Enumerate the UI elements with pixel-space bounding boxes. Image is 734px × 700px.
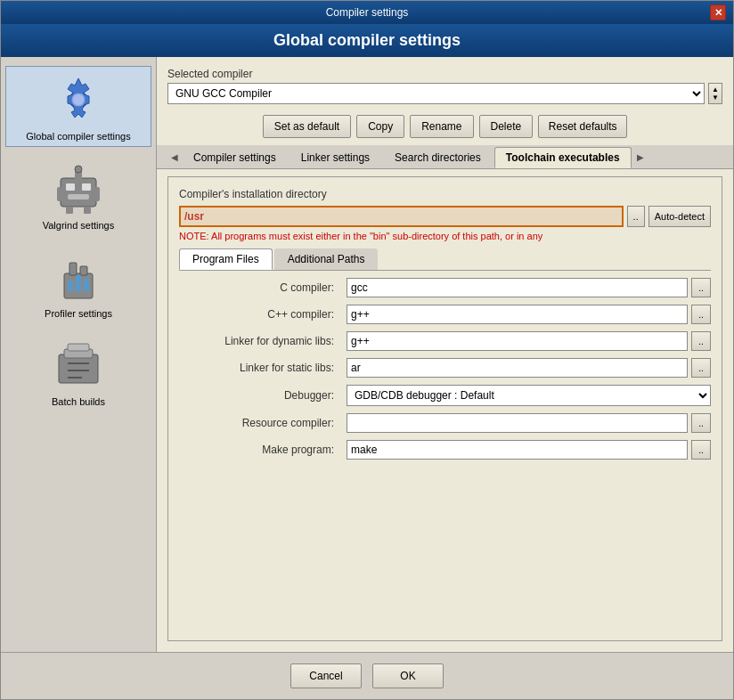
- c-compiler-browse[interactable]: ..: [691, 278, 711, 297]
- c-compiler-input[interactable]: [347, 278, 688, 297]
- tab-compiler-settings[interactable]: Compiler settings: [182, 147, 288, 168]
- svg-rect-3: [61, 178, 96, 207]
- debugger-label: Debugger:: [179, 389, 339, 402]
- sidebar-label-batch: Batch builds: [52, 396, 105, 407]
- make-program-browse[interactable]: ..: [691, 440, 711, 460]
- cpp-compiler-label: C++ compiler:: [179, 308, 339, 321]
- make-program-input[interactable]: [347, 440, 688, 460]
- compiler-section: Selected compiler GNU GCC Compiler ▲▼: [167, 68, 722, 104]
- svg-rect-5: [82, 183, 91, 191]
- delete-button[interactable]: Delete: [479, 115, 534, 138]
- sidebar-label-valgrind: Valgrind settings: [43, 220, 115, 231]
- copy-button[interactable]: Copy: [356, 115, 404, 138]
- reset-defaults-button[interactable]: Reset defaults: [538, 115, 627, 138]
- debugger-row: GDB/CDB debugger : Default GDB/CDB debug…: [347, 385, 711, 406]
- tab-linker-settings[interactable]: Linker settings: [290, 147, 381, 168]
- compiler-select-row: GNU GCC Compiler ▲▼: [167, 83, 722, 104]
- svg-point-8: [75, 166, 82, 173]
- tab-toolchain-executables[interactable]: Toolchain executables: [494, 147, 632, 168]
- linker-dynamic-browse[interactable]: ..: [691, 331, 711, 351]
- ok-button[interactable]: OK: [372, 663, 444, 688]
- compiler-section-label: Selected compiler: [167, 68, 722, 80]
- svg-rect-6: [68, 194, 89, 199]
- install-dir-label: Compiler's installation directory: [179, 188, 711, 200]
- linker-static-input[interactable]: [347, 358, 688, 378]
- toolchain-panel: Compiler's installation directory .. Aut…: [167, 176, 722, 641]
- valgrind-icon: [50, 160, 107, 217]
- sidebar-item-global-compiler[interactable]: Global compiler settings: [5, 66, 151, 147]
- sidebar-item-profiler[interactable]: Profiler settings: [5, 244, 151, 323]
- sidebar-item-valgrind[interactable]: Valgrind settings: [5, 156, 151, 235]
- debugger-select[interactable]: GDB/CDB debugger : Default GDB/CDB debug…: [347, 385, 711, 406]
- linker-static-label: Linker for static libs:: [179, 362, 339, 374]
- svg-rect-9: [57, 187, 62, 201]
- cpp-compiler-row: ..: [347, 305, 711, 324]
- tabs-row: ◀ Compiler settings Linker settings Sear…: [157, 145, 733, 169]
- batch-builds-icon: [50, 337, 107, 394]
- note-text: NOTE: All programs must exist either in …: [179, 231, 711, 241]
- linker-dynamic-input[interactable]: [347, 331, 688, 351]
- form-grid: C compiler: .. C++ compiler: .. Linker f…: [179, 278, 711, 460]
- resource-compiler-input[interactable]: [347, 413, 688, 433]
- rename-button[interactable]: Rename: [410, 115, 473, 138]
- gear-icon: [50, 71, 107, 128]
- inner-tab-program-files[interactable]: Program Files: [179, 248, 273, 270]
- sidebar: Global compiler settings Valgrind settin…: [1, 57, 157, 652]
- close-button[interactable]: ✕: [710, 4, 726, 20]
- main-content: Selected compiler GNU GCC Compiler ▲▼ Se…: [157, 57, 733, 652]
- tab-search-directories[interactable]: Search directories: [383, 147, 493, 168]
- compiler-select[interactable]: GNU GCC Compiler: [167, 83, 705, 104]
- tab-right-arrow[interactable]: ▶: [633, 146, 648, 167]
- make-program-row: ..: [347, 440, 711, 460]
- install-dir-browse-button[interactable]: ..: [627, 206, 645, 227]
- svg-point-2: [73, 94, 84, 105]
- sidebar-item-batch-builds[interactable]: Batch builds: [5, 332, 151, 411]
- linker-static-row: ..: [347, 358, 711, 378]
- dialog-window: Compiler settings ✕ Global compiler sett…: [0, 0, 734, 700]
- resource-compiler-row: ..: [347, 413, 711, 433]
- svg-rect-16: [68, 281, 73, 291]
- title-bar: Compiler settings ✕: [1, 1, 733, 24]
- linker-dynamic-row: ..: [347, 331, 711, 351]
- c-compiler-label: C compiler:: [179, 281, 339, 294]
- cancel-button[interactable]: Cancel: [290, 663, 362, 688]
- cpp-compiler-input[interactable]: [347, 305, 688, 324]
- dialog-footer: Cancel OK: [1, 652, 733, 699]
- svg-rect-10: [94, 187, 100, 201]
- linker-static-browse[interactable]: ..: [691, 358, 711, 378]
- svg-rect-17: [76, 275, 81, 291]
- profiler-icon: [50, 248, 107, 305]
- sidebar-label-global: Global compiler settings: [26, 131, 130, 142]
- toolbar-row: Set as default Copy Rename Delete Reset …: [167, 115, 722, 138]
- dialog-header: Global compiler settings: [1, 24, 733, 57]
- svg-rect-12: [84, 207, 91, 214]
- set-default-button[interactable]: Set as default: [263, 115, 351, 138]
- tab-left-arrow[interactable]: ◀: [167, 146, 182, 167]
- title-bar-text: Compiler settings: [24, 6, 710, 19]
- svg-rect-18: [84, 279, 89, 291]
- inner-tabs: Program Files Additional Paths: [179, 248, 711, 271]
- cpp-compiler-browse[interactable]: ..: [691, 305, 711, 324]
- resource-compiler-label: Resource compiler:: [179, 417, 339, 429]
- auto-detect-button[interactable]: Auto-detect: [648, 206, 711, 227]
- linker-dynamic-label: Linker for dynamic libs:: [179, 335, 339, 347]
- compiler-spinner[interactable]: ▲▼: [708, 83, 722, 104]
- dialog-body: Global compiler settings Valgrind settin…: [1, 57, 733, 652]
- c-compiler-row: ..: [347, 278, 711, 297]
- svg-rect-11: [66, 207, 73, 214]
- svg-rect-4: [66, 183, 75, 191]
- svg-rect-14: [69, 263, 77, 275]
- dialog-title: Global compiler settings: [273, 31, 461, 49]
- dir-input-row: .. Auto-detect: [179, 206, 711, 227]
- sidebar-label-profiler: Profiler settings: [45, 308, 112, 319]
- inner-tab-additional-paths[interactable]: Additional Paths: [274, 248, 379, 270]
- svg-rect-15: [80, 266, 87, 275]
- svg-rect-21: [68, 344, 89, 351]
- resource-compiler-browse[interactable]: ..: [691, 413, 711, 433]
- svg-rect-19: [59, 354, 98, 383]
- install-dir-input[interactable]: [179, 206, 624, 227]
- make-program-label: Make program:: [179, 444, 339, 456]
